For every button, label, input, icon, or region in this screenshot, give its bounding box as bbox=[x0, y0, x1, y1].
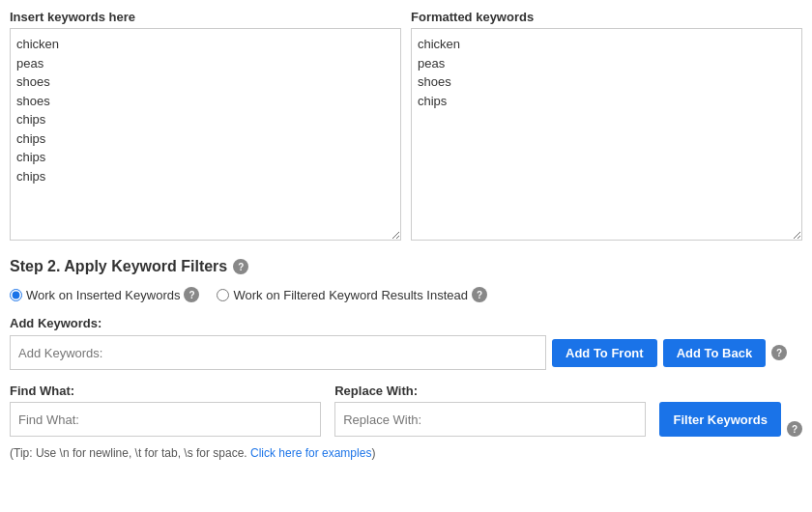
find-what-label: Find What: bbox=[10, 384, 321, 398]
formatted-keywords-label: Formatted keywords bbox=[411, 10, 802, 24]
tip-text-start: (Tip: Use \n for newline, \t for tab, \s… bbox=[10, 446, 250, 460]
formatted-keywords-textarea[interactable] bbox=[411, 28, 802, 241]
add-keywords-label: Add Keywords: bbox=[10, 316, 802, 330]
filter-keywords-button[interactable]: Filter Keywords bbox=[659, 402, 781, 437]
radio-inserted-option[interactable]: Work on Inserted Keywords ? bbox=[10, 287, 199, 302]
radio-filtered-help-icon[interactable]: ? bbox=[472, 287, 487, 302]
radio-filtered-input[interactable] bbox=[217, 289, 229, 301]
find-replace-section: Find What: Replace With: Filter Keywords… bbox=[10, 384, 802, 437]
add-keywords-section: Add Keywords: Add To Front Add To Back ? bbox=[10, 316, 802, 370]
find-what-group: Find What: bbox=[10, 384, 321, 437]
add-keywords-input[interactable] bbox=[10, 335, 546, 370]
tip-text-end: ) bbox=[371, 446, 375, 460]
insert-keywords-textarea[interactable] bbox=[10, 28, 401, 241]
step2-title: Step 2. Apply Keyword Filters ? bbox=[10, 258, 802, 275]
radio-filtered-label: Work on Filtered Keyword Results Instead bbox=[233, 288, 468, 302]
add-to-back-button[interactable]: Add To Back bbox=[663, 339, 767, 367]
formatted-keywords-group: Formatted keywords bbox=[411, 10, 802, 241]
replace-with-input[interactable] bbox=[334, 402, 646, 437]
radio-inserted-label: Work on Inserted Keywords bbox=[26, 288, 180, 302]
add-to-front-button[interactable]: Add To Front bbox=[552, 339, 657, 367]
filter-btn-wrap: Filter Keywords ? bbox=[659, 402, 802, 437]
replace-with-label: Replace With: bbox=[334, 384, 646, 398]
step2-help-icon[interactable]: ? bbox=[233, 259, 248, 274]
radio-inserted-input[interactable] bbox=[10, 289, 22, 301]
radio-inserted-help-icon[interactable]: ? bbox=[184, 287, 199, 302]
radio-filtered-option[interactable]: Work on Filtered Keyword Results Instead… bbox=[217, 287, 487, 302]
replace-with-group: Replace With: bbox=[334, 384, 646, 437]
insert-keywords-group: Insert keywords here bbox=[10, 10, 401, 241]
insert-keywords-label: Insert keywords here bbox=[10, 10, 401, 24]
add-keywords-row: Add To Front Add To Back ? bbox=[10, 335, 802, 370]
find-what-input[interactable] bbox=[10, 402, 321, 437]
tip-link[interactable]: Click here for examples bbox=[250, 446, 371, 460]
tip-area: (Tip: Use \n for newline, \t for tab, \s… bbox=[10, 446, 802, 460]
top-section: Insert keywords here Formatted keywords bbox=[10, 10, 802, 241]
filter-keywords-help-icon[interactable]: ? bbox=[787, 421, 802, 437]
radio-group: Work on Inserted Keywords ? Work on Filt… bbox=[10, 287, 802, 302]
add-keywords-help-icon[interactable]: ? bbox=[771, 345, 787, 360]
step2-title-text: Step 2. Apply Keyword Filters bbox=[10, 258, 227, 275]
